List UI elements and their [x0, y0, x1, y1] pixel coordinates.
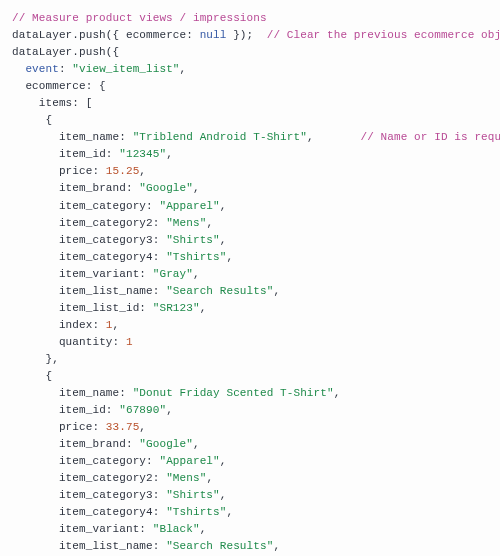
comment-name-required: // Name or ID is required. — [360, 131, 500, 143]
item1-list-id: "SR123" — [153, 302, 200, 314]
key: item_list_name — [59, 540, 153, 552]
key: item_category — [59, 455, 146, 467]
item1-list-name: "Search Results" — [166, 285, 273, 297]
null-keyword: null — [200, 29, 227, 41]
token: dataLayer — [12, 29, 72, 41]
item2-cat3: "Shirts" — [166, 489, 220, 501]
key: item_variant — [59, 268, 139, 280]
key: item_brand — [59, 438, 126, 450]
item2-cat4: "Tshirts" — [166, 506, 226, 518]
code-snippet: // Measure product views / impressions d… — [0, 0, 500, 556]
key: item_name — [59, 131, 119, 143]
item1-index: 1 — [106, 319, 113, 331]
item1-id: "12345" — [119, 148, 166, 160]
key: index — [59, 319, 93, 331]
item2-brand: "Google" — [139, 438, 193, 450]
key: item_name — [59, 387, 119, 399]
comment-top: // Measure product views / impressions — [12, 12, 267, 24]
token: dataLayer — [12, 46, 72, 58]
token: ecommerce — [126, 29, 186, 41]
key: item_variant — [59, 523, 139, 535]
item1-cat3: "Shirts" — [166, 234, 220, 246]
key: item_brand — [59, 182, 126, 194]
key: item_list_id — [59, 302, 139, 314]
token: push — [79, 29, 106, 41]
item2-price: 33.75 — [106, 421, 140, 433]
item1-price: 15.25 — [106, 165, 140, 177]
event-value: "view_item_list" — [72, 63, 179, 75]
item2-name: "Donut Friday Scented T-Shirt" — [133, 387, 334, 399]
token: push — [79, 46, 106, 58]
key: item_category4 — [59, 506, 153, 518]
item2-cat2: "Mens" — [166, 472, 206, 484]
key: price — [59, 421, 93, 433]
key: item_id — [59, 148, 106, 160]
event-key: event — [25, 63, 59, 75]
item1-quantity: 1 — [126, 336, 133, 348]
key: item_category3 — [59, 234, 153, 246]
key: item_category2 — [59, 472, 153, 484]
key: quantity — [59, 336, 113, 348]
key: item_category2 — [59, 217, 153, 229]
key: item_category3 — [59, 489, 153, 501]
item1-brand: "Google" — [139, 182, 193, 194]
comment-clear: // Clear the previous ecommerce object. — [267, 29, 500, 41]
key: item_id — [59, 404, 106, 416]
key: item_category4 — [59, 251, 153, 263]
item1-name: "Triblend Android T-Shirt" — [133, 131, 307, 143]
key: item_list_name — [59, 285, 153, 297]
token: items — [39, 97, 73, 109]
item1-cat2: "Mens" — [166, 217, 206, 229]
item2-id: "67890" — [119, 404, 166, 416]
item1-cat4: "Tshirts" — [166, 251, 226, 263]
item2-list-name: "Search Results" — [166, 540, 273, 552]
key: price — [59, 165, 93, 177]
item2-variant: "Black" — [153, 523, 200, 535]
token: ecommerce — [25, 80, 85, 92]
item2-cat1: "Apparel" — [159, 455, 219, 467]
item1-cat1: "Apparel" — [159, 200, 219, 212]
item1-variant: "Gray" — [153, 268, 193, 280]
key: item_category — [59, 200, 146, 212]
